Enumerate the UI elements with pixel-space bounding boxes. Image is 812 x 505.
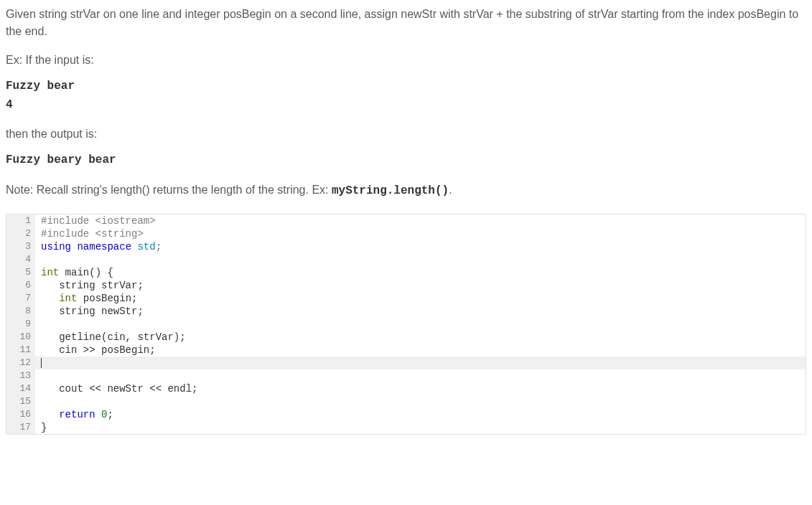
line-number: 2 [6, 227, 35, 240]
line-number: 7 [6, 292, 35, 305]
code-line: 7 int posBegin; [6, 292, 806, 305]
code-content: getline(cin, strVar); [35, 331, 806, 344]
code-content: string newStr; [35, 305, 806, 318]
example-intro: Ex: If the input is: [6, 52, 806, 69]
code-content: } [35, 421, 806, 434]
code-line: 5int main() { [6, 266, 806, 279]
code-content: #include <string> [35, 227, 806, 240]
text-cursor [41, 358, 42, 368]
code-content [35, 369, 806, 382]
line-number: 11 [6, 344, 35, 357]
note-suffix: . [449, 184, 452, 196]
line-number: 10 [6, 331, 35, 344]
note-prefix: Note: Recall string's length() returns t… [6, 184, 332, 196]
code-content[interactable] [35, 357, 806, 369]
code-line: 9 [6, 318, 806, 331]
code-line: 1#include <iostream> [6, 214, 806, 227]
line-number: 8 [6, 305, 35, 318]
code-content: #include <iostream> [35, 214, 806, 227]
problem-description: Given string strVar on one line and inte… [6, 6, 806, 40]
then-label: then the output is: [6, 126, 806, 143]
code-content: int main() { [35, 266, 806, 279]
code-line: 11 cin >> posBegin; [6, 344, 806, 357]
line-number: 16 [6, 408, 35, 421]
code-content: return 0; [35, 408, 806, 421]
code-content: cin >> posBegin; [35, 344, 806, 357]
line-number: 12 [6, 357, 35, 369]
code-line: 14 cout << newStr << endl; [6, 382, 806, 395]
line-number: 3 [6, 240, 35, 253]
code-line: 17} [6, 421, 806, 434]
code-line: 2#include <string> [6, 227, 806, 240]
code-content [35, 253, 806, 266]
code-line: 13 [6, 369, 806, 382]
note-text: Note: Recall string's length() returns t… [6, 181, 806, 199]
line-number: 15 [6, 395, 35, 408]
example-input: Fuzzy bear 4 [6, 77, 806, 114]
code-content [35, 395, 806, 408]
line-number: 4 [6, 253, 35, 266]
line-number: 17 [6, 421, 35, 434]
code-content: int posBegin; [35, 292, 806, 305]
line-number: 6 [6, 279, 35, 292]
code-content: using namespace std; [35, 240, 806, 253]
example-output: Fuzzy beary bear [6, 151, 806, 170]
code-line: 8 string newStr; [6, 305, 806, 318]
line-number: 14 [6, 382, 35, 395]
line-number: 9 [6, 318, 35, 331]
code-content [35, 318, 806, 331]
note-code: myString.length() [332, 184, 449, 197]
code-line: 6 string strVar; [6, 279, 806, 292]
line-number: 1 [6, 214, 35, 227]
line-number: 13 [6, 369, 35, 382]
code-editor[interactable]: 1#include <iostream>2#include <string>3u… [6, 214, 806, 435]
code-content: cout << newStr << endl; [35, 382, 806, 395]
code-content: string strVar; [35, 279, 806, 292]
code-line: 10 getline(cin, strVar); [6, 331, 806, 344]
code-line: 16 return 0; [6, 408, 806, 421]
code-line: 15 [6, 395, 806, 408]
line-number: 5 [6, 266, 35, 279]
code-line[interactable]: 12 [6, 357, 806, 369]
code-line: 3using namespace std; [6, 240, 806, 253]
code-line: 4 [6, 253, 806, 266]
